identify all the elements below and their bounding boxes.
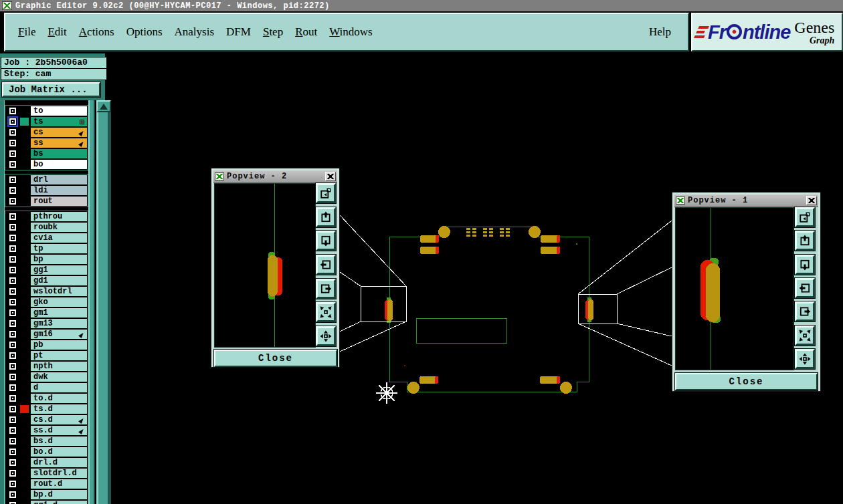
layer-label[interactable]: rout.d [30,479,88,489]
layer-color-swatch[interactable] [20,118,29,126]
layer-color-swatch[interactable] [20,491,29,499]
layer-color-swatch[interactable] [20,309,29,317]
layer-label[interactable]: gm16 [30,329,88,340]
layer-row-gm16[interactable]: gm16 [5,329,88,340]
layer-row-rout.d[interactable]: rout.d [5,479,88,489]
layer-row-gko[interactable]: gko [5,297,88,307]
menu-windows[interactable]: Windows [323,23,379,41]
layer-color-swatch[interactable] [20,437,29,445]
layer-color-swatch[interactable] [20,266,29,274]
layer-row-bs[interactable]: bs [5,148,88,159]
layer-label[interactable]: gm13 [30,318,88,329]
layer-visibility-checkbox[interactable] [9,491,17,499]
menu-rout[interactable]: Rout [289,23,323,41]
layer-visibility-checkbox[interactable] [9,107,17,115]
new-window-button[interactable] [795,207,815,227]
layer-visibility-checkbox[interactable] [9,197,17,205]
layer-color-swatch[interactable] [20,245,29,253]
layer-label[interactable]: ss [30,138,88,148]
layer-visibility-checkbox[interactable] [9,277,17,285]
layer-color-swatch[interactable] [20,128,29,136]
app-titlebar[interactable]: Graphic Editor 9.02c2 (00@HY-HYCAM-PC017… [0,0,843,11]
layer-color-swatch[interactable] [20,448,29,456]
layer-label[interactable]: cvia [30,233,88,243]
layer-row-pb[interactable]: pb [5,340,88,350]
layer-color-swatch[interactable] [20,394,29,402]
layer-visibility-checkbox[interactable] [9,459,17,467]
layer-label[interactable]: roubk [30,222,88,233]
layer-row-slotdrl.d[interactable]: slotdrl.d [5,468,88,479]
layer-row-gm1[interactable]: gm1 [5,307,88,318]
layer-row-gg1[interactable]: gg1 [5,265,88,275]
layer-visibility-checkbox[interactable] [9,501,17,504]
layer-label[interactable]: wslotdrl [30,286,88,297]
pan-up-button[interactable] [795,231,815,251]
layer-scrollbar[interactable] [96,100,111,504]
layer-visibility-checkbox[interactable] [9,128,17,136]
layer-row-drl[interactable]: drl [5,174,88,185]
popview-1-canvas[interactable] [675,207,794,370]
layer-row-bp[interactable]: bp [5,254,88,265]
layer-color-swatch[interactable] [20,213,29,221]
layer-row-pt[interactable]: pt [5,350,88,361]
layer-label[interactable]: rout [30,196,88,207]
layer-row-drl.d[interactable]: drl.d [5,457,88,468]
layer-visibility-checkbox[interactable] [9,437,17,445]
layer-color-swatch[interactable] [20,501,29,504]
layer-color-swatch[interactable] [20,362,29,370]
layer-color-swatch[interactable] [20,320,29,328]
layer-row-gg1.d[interactable]: gg1.d [5,500,88,504]
layer-row-cvia[interactable]: cvia [5,233,88,243]
layer-visibility-checkbox[interactable] [9,266,17,274]
menu-dfm[interactable]: DFM [220,23,257,41]
layer-color-swatch[interactable] [20,384,29,392]
layer-label[interactable]: gko [30,297,88,307]
layer-row-bo.d[interactable]: bo.d [5,447,88,457]
layer-label[interactable]: ts.d [30,404,88,414]
layer-color-swatch[interactable] [20,287,29,295]
layer-visibility-checkbox[interactable] [9,309,17,317]
layer-row-roubk[interactable]: roubk [5,222,88,233]
layer-row-ts[interactable]: ts [5,116,88,127]
zoom-out-button[interactable] [316,326,336,346]
layer-label[interactable]: gg1 [30,265,88,275]
menu-edit[interactable]: Edit [41,23,72,41]
layer-label[interactable]: bo [30,159,88,170]
layer-color-swatch[interactable] [20,176,29,184]
layer-label[interactable]: dwk [30,372,88,382]
layer-label[interactable]: cs.d [30,414,88,425]
layer-row-gm13[interactable]: gm13 [5,318,88,329]
layer-visibility-checkbox[interactable] [9,384,17,392]
layer-label[interactable]: gd1 [30,275,88,286]
layer-color-swatch[interactable] [20,352,29,360]
layer-color-swatch[interactable] [20,426,29,434]
layer-color-swatch[interactable] [20,277,29,285]
layer-visibility-checkbox[interactable] [9,416,17,424]
layer-color-swatch[interactable] [20,150,29,158]
layer-row-cs.d[interactable]: cs.d [5,414,88,425]
layer-visibility-checkbox[interactable] [9,223,17,231]
layer-row-d[interactable]: d [5,382,88,393]
layer-visibility-checkbox[interactable] [9,373,17,381]
layer-label[interactable]: npth [30,361,88,372]
menu-options[interactable]: Options [120,23,169,41]
layer-color-swatch[interactable] [20,139,29,147]
layer-visibility-checkbox[interactable] [9,118,17,126]
layer-visibility-checkbox[interactable] [9,150,17,158]
layer-color-swatch[interactable] [20,186,29,195]
layer-visibility-checkbox[interactable] [9,139,17,147]
zoom-in-button[interactable] [795,326,815,346]
layer-color-swatch[interactable] [20,298,29,306]
scroll-up-button[interactable] [96,100,111,112]
layer-visibility-checkbox[interactable] [9,341,17,349]
close-icon[interactable] [325,172,336,181]
layer-visibility-checkbox[interactable] [9,405,17,413]
layer-row-bo[interactable]: bo [5,159,88,170]
layer-row-dwk[interactable]: dwk [5,372,88,382]
layer-label[interactable]: drl [30,174,88,185]
layer-color-swatch[interactable] [20,373,29,381]
layer-color-swatch[interactable] [20,107,29,115]
layer-label[interactable]: bs.d [30,436,88,447]
layer-label[interactable]: gg1.d [30,500,88,504]
layer-color-swatch[interactable] [20,405,29,413]
